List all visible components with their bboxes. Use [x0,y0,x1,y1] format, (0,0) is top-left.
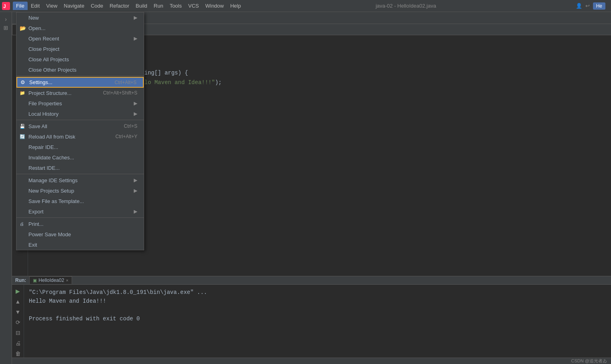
menu-item-file-properties-label: File Properties [28,101,131,107]
forward-btn[interactable]: He [593,2,605,10]
menu-item-open[interactable]: 📂 Open... [16,23,144,33]
menu-item-export-label: Export [28,209,131,215]
menu-item-local-history-label: Local History [28,111,131,117]
menu-item-save-file-as-template[interactable]: Save File as Template... [16,196,144,206]
run-rerun-btn[interactable]: ⟳ [14,318,22,326]
menu-vcs[interactable]: VCS [185,2,202,10]
menu-edit[interactable]: Edit [28,2,43,10]
menu-item-close-project[interactable]: Close Project [16,44,144,54]
menu-item-project-structure-shortcut: Ctrl+Alt+Shift+S [103,90,137,96]
print-icon: 🖨 [20,221,24,226]
menu-item-reload-all-label: Reload All from Disk [28,134,107,140]
menu-window[interactable]: Window [202,2,227,10]
run-tab-icon: ▣ [33,278,37,283]
menu-item-open-recent-label: Open Recent [28,36,131,42]
separator-3 [16,174,144,174]
menu-item-save-all-label: Save All [28,123,116,129]
menu-item-export[interactable]: Export ▶ [16,206,144,217]
file-dropdown-menu: New ▶ 📂 Open... Open Recent ▶ Close Proj… [16,12,144,250]
menu-item-manage-ide-settings[interactable]: Manage IDE Settings ▶ [16,175,144,185]
open-folder-icon: 📂 [20,25,26,31]
menu-navigate[interactable]: Navigate [60,2,87,10]
menubar: J File Edit View Navigate Code Refactor … [0,0,611,12]
run-up-btn[interactable]: ▲ [14,298,22,306]
menu-item-save-file-as-template-label: Save File as Template... [28,198,137,204]
menu-item-manage-ide-settings-arrow: ▶ [134,177,137,183]
menu-item-exit[interactable]: Exit [16,239,144,250]
sidebar-expand[interactable]: ⊞ [3,26,9,30]
menu-item-file-properties-arrow: ▶ [134,101,137,106]
menu-item-power-save-mode[interactable]: Power Save Mode [16,229,144,239]
menu-file[interactable]: File [13,2,28,10]
menu-item-settings-label: Settings... [29,79,107,85]
menu-item-new[interactable]: New ▶ [16,12,144,23]
run-header: Run: ▣ HelloIdea02 × [12,276,611,285]
menu-item-new-label: New [28,15,131,21]
menu-item-local-history-arrow: ▶ [134,111,137,117]
menu-item-local-history[interactable]: Local History ▶ [16,109,144,119]
run-delete-btn[interactable]: 🗑 [14,350,22,358]
window-title: java-02 - HelloIdea02.java [376,3,444,9]
svg-text:J: J [3,4,6,9]
menu-item-open-recent[interactable]: Open Recent ▶ [16,33,144,44]
bottom-right-text: CSDN @追光者ゐ [571,358,607,364]
menu-item-close-all-projects[interactable]: Close All Projects [16,54,144,64]
back-icon[interactable]: ↩ [585,3,590,9]
run-tab-close[interactable]: × [66,278,68,283]
reload-icon: 🔄 [20,134,25,139]
menu-item-close-other-projects[interactable]: Close Other Projects [16,64,144,75]
run-down-btn[interactable]: ▼ [14,308,22,316]
run-print-btn[interactable]: 🖨 [14,339,22,347]
left-sidebar: › ⊞ [0,12,12,364]
user-icon[interactable]: 👤 [576,3,582,9]
menu-item-file-properties[interactable]: File Properties ▶ [16,98,144,109]
project-structure-icon: 📁 [20,90,25,96]
menu-item-open-recent-arrow: ▶ [134,36,137,41]
save-icon: 💾 [20,124,25,129]
sidebar-chevron[interactable]: › [5,16,7,22]
menu-item-restart-ide-label: Restart IDE... [28,165,137,171]
menu-item-new-projects-setup-label: New Projects Setup [28,188,131,194]
menu-tools[interactable]: Tools [167,2,185,10]
run-content: ▶ ▲ ▼ ⟳ ⊟ 🖨 🗑 "C:\Program Files\Java\jdk… [12,285,611,358]
run-panel: Run: ▣ HelloIdea02 × ▶ ▲ ▼ ⟳ ⊟ 🖨 🗑 "C:\P [12,276,611,364]
menu-item-exit-label: Exit [28,242,137,248]
menu-item-project-structure-label: Project Structure... [28,90,95,96]
separator-4 [16,217,144,218]
separator-1 [16,76,144,76]
run-bottom-bar: CSDN @追光者ゐ [12,358,611,364]
run-stop-btn[interactable]: ⊟ [14,329,22,337]
menu-item-reload-all-shortcut: Ctrl+Alt+Y [115,134,137,139]
menu-item-project-structure[interactable]: 📁 Project Structure... Ctrl+Alt+Shift+S [16,88,144,98]
menu-code[interactable]: Code [88,2,107,10]
menu-item-settings[interactable]: ⚙ Settings... Ctrl+Alt+S [16,77,144,88]
run-tab-helloIdea02[interactable]: ▣ HelloIdea02 × [29,276,72,284]
menu-build[interactable]: Build [133,2,151,10]
run-sidebar: ▶ ▲ ▼ ⟳ ⊟ 🖨 🗑 [12,285,24,358]
menu-item-invalidate-caches[interactable]: Invalidate Caches... [16,152,144,163]
menu-item-print[interactable]: 🖨 Print... [16,219,144,229]
menu-help[interactable]: Help [227,2,244,10]
menu-run[interactable]: Run [151,2,167,10]
menu-item-close-all-projects-label: Close All Projects [28,56,137,62]
menu-item-repair-ide[interactable]: Repair IDE... [16,142,144,152]
menubar-right-controls: 👤 ↩ He [576,2,609,10]
menu-item-close-project-label: Close Project [28,46,137,52]
menu-item-repair-ide-label: Repair IDE... [28,144,137,150]
menu-view[interactable]: View [43,2,60,10]
menu-item-new-arrow: ▶ [134,15,137,20]
menu-item-save-all-shortcut: Ctrl+S [124,123,137,129]
menu-refactor[interactable]: Refactor [107,2,133,10]
menu-item-save-all[interactable]: 💾 Save All Ctrl+S [16,121,144,131]
menu-item-power-save-mode-label: Power Save Mode [28,231,137,237]
menu-item-manage-ide-settings-label: Manage IDE Settings [28,177,131,183]
run-play-btn[interactable]: ▶ [14,287,22,295]
menu-item-new-projects-setup[interactable]: New Projects Setup ▶ [16,185,144,196]
menu-item-reload-all[interactable]: 🔄 Reload All from Disk Ctrl+Alt+Y [16,131,144,142]
menu-item-restart-ide[interactable]: Restart IDE... [16,163,144,173]
menu-item-close-other-projects-label: Close Other Projects [28,67,137,73]
menu-item-new-projects-setup-arrow: ▶ [134,188,137,193]
separator-2 [16,120,144,120]
menu-item-invalidate-caches-label: Invalidate Caches... [28,155,137,161]
run-output: "C:\Program Files\Java\jdk1.8.0_191\bin\… [24,285,611,358]
